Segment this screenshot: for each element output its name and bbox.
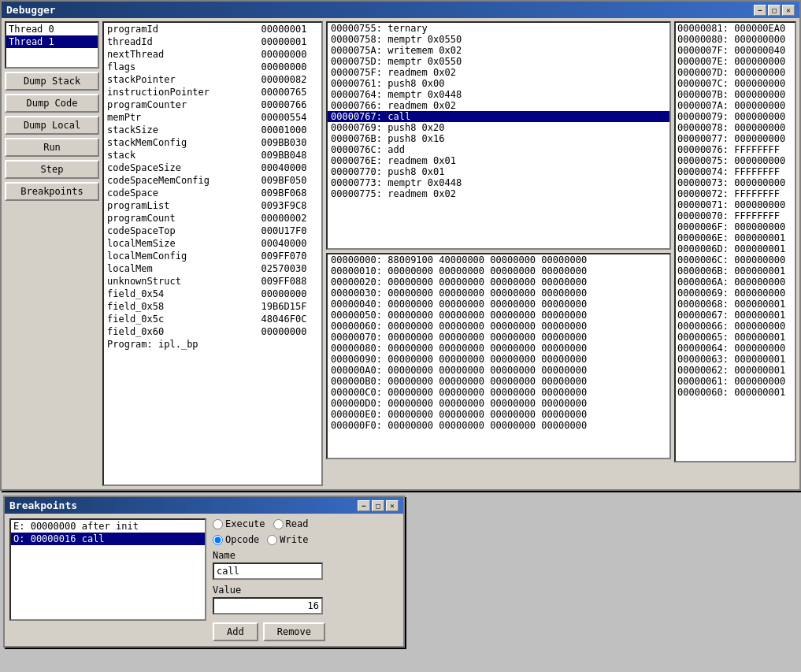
breakpoints-title-bar: Breakpoints − □ ✕ (5, 497, 403, 514)
property-name: stackSize (104, 124, 258, 136)
code-line[interactable]: 0000076E: readmem 0x01 (328, 155, 669, 166)
thread-item[interactable]: Thread 0 (6, 23, 98, 35)
stack-line: 00000071: 000000000 (676, 199, 795, 210)
code-line[interactable]: 0000075F: readmem 0x02 (328, 67, 669, 78)
property-name: Program: ipl._bp (104, 338, 258, 351)
opcode-radio[interactable] (213, 535, 223, 545)
stack-line: 0000006A: 000000000 (676, 277, 795, 288)
mem-line: 00000040: 00000000 00000000 00000000 000… (328, 299, 669, 310)
execute-radio[interactable] (213, 519, 223, 529)
run-button[interactable]: Run (5, 138, 99, 157)
stack-panel[interactable]: 00000081: 000000EA000000080: 00000000000… (674, 21, 796, 462)
minimize-button[interactable]: − (754, 5, 766, 16)
stack-line: 00000060: 000000001 (676, 387, 795, 398)
code-line[interactable]: 0000076C: add (328, 144, 669, 155)
bp-list[interactable]: E: 00000000 after initO: 00000016 call (9, 518, 206, 621)
stack-line: 00000070: FFFFFFFF (676, 210, 795, 221)
code-line[interactable]: 0000075D: memptr 0x0550 (328, 56, 669, 67)
code-line[interactable]: 00000761: push8 0x00 (328, 78, 669, 89)
code-panel: 00000755: ternary00000758: memptr 0x0550… (326, 21, 671, 486)
property-value: 000U17F0 (258, 225, 321, 237)
thread-item[interactable]: Thread 1 (6, 35, 98, 48)
stack-line: 0000007D: 000000000 (676, 67, 795, 78)
bp-restore-button[interactable]: □ (372, 500, 384, 511)
write-radio[interactable] (267, 535, 277, 545)
property-value: 00000082 (258, 73, 321, 86)
add-button[interactable]: Add (213, 622, 258, 641)
bp-list-item[interactable]: O: 00000016 call (11, 533, 205, 545)
code-list[interactable]: 00000755: ternary00000758: memptr 0x0550… (326, 21, 671, 250)
mem-line: 000000B0: 00000000 00000000 00000000 000… (328, 376, 669, 387)
value-input[interactable] (213, 597, 323, 614)
mem-line: 000000A0: 00000000 00000000 00000000 000… (328, 365, 669, 376)
restore-button[interactable]: □ (768, 5, 781, 16)
property-value: 00000000 (258, 325, 321, 338)
thread-list[interactable]: Thread 0Thread 1 (5, 21, 99, 69)
property-value: 009BB030 (258, 136, 321, 149)
step-button[interactable]: Step (5, 160, 99, 179)
bp-minimize-button[interactable]: − (358, 500, 370, 511)
dump-local-button[interactable]: Dump Local (5, 116, 99, 135)
mem-list[interactable]: 00000000: 88009100 40000000 00000000 000… (326, 253, 671, 459)
bp-close-button[interactable]: ✕ (386, 500, 399, 511)
property-value: 00000000 (258, 61, 321, 73)
breakpoints-button[interactable]: Breakpoints (5, 182, 99, 201)
property-row: stackPointer00000082 (104, 73, 321, 86)
dump-code-button[interactable]: Dump Code (5, 94, 99, 113)
radio-row-2: Opcode Write (213, 534, 399, 545)
write-radio-label[interactable]: Write (267, 534, 308, 545)
execute-radio-label[interactable]: Execute (213, 518, 265, 529)
property-name: stackMemConfig (104, 136, 258, 149)
read-radio-label[interactable]: Read (273, 518, 309, 529)
opcode-radio-label[interactable]: Opcode (213, 534, 259, 545)
code-line[interactable]: 00000755: ternary (328, 23, 669, 34)
code-line[interactable]: 0000076B: push8 0x16 (328, 133, 669, 144)
debugger-title-bar: Debugger − □ ✕ (2, 2, 799, 18)
property-name: localMemSize (104, 237, 258, 250)
property-value: 48046F0C (258, 313, 321, 325)
remove-button[interactable]: Remove (263, 622, 325, 641)
property-value: 00000000 (258, 288, 321, 300)
property-row: codeSpaceSize00040000 (104, 162, 321, 174)
code-line[interactable]: 00000775: readmem 0x02 (328, 188, 669, 199)
radio-row-1: Execute Read (213, 518, 399, 529)
mem-line: 00000080: 00000000 00000000 00000000 000… (328, 343, 669, 354)
code-line[interactable]: 00000770: push8 0x01 (328, 166, 669, 177)
name-group: Name (213, 550, 399, 580)
stack-line: 00000063: 000000001 (676, 354, 795, 365)
property-value: 00040000 (258, 162, 321, 174)
property-row: programId00000001 (104, 23, 321, 35)
name-input[interactable] (213, 562, 323, 580)
dump-stack-button[interactable]: Dump Stack (5, 72, 99, 91)
bp-list-item[interactable]: E: 00000000 after init (11, 520, 205, 533)
property-value: 19B6D15F (258, 300, 321, 313)
property-name: field_0x5c (104, 313, 258, 325)
property-value (258, 338, 321, 351)
read-radio[interactable] (273, 519, 284, 529)
code-line[interactable]: 00000764: memptr 0x0448 (328, 89, 669, 100)
stack-line: 00000072: FFFFFFFF (676, 188, 795, 199)
property-value: 02570030 (258, 262, 321, 275)
property-name: field_0x60 (104, 325, 258, 338)
breakpoints-content: E: 00000000 after initO: 00000016 call E… (5, 514, 403, 646)
code-line[interactable]: 00000766: readmem 0x02 (328, 100, 669, 111)
stack-line: 00000062: 000000001 (676, 365, 795, 376)
property-name: programCount (104, 212, 258, 225)
code-line[interactable]: 00000767: call (328, 111, 669, 122)
stack-line: 00000079: 000000000 (676, 111, 795, 122)
stack-line: 0000006B: 000000001 (676, 265, 795, 277)
property-name: flags (104, 61, 258, 73)
stack-line: 0000006F: 000000000 (676, 221, 795, 232)
bp-title-buttons: − □ ✕ (358, 500, 399, 511)
code-line[interactable]: 0000075A: writemem 0x02 (328, 45, 669, 56)
property-row: field_0x5819B6D15F (104, 300, 321, 313)
code-line[interactable]: 00000769: push8 0x20 (328, 122, 669, 133)
property-name: stackPointer (104, 73, 258, 86)
property-name: localMemConfig (104, 250, 258, 262)
code-line[interactable]: 00000773: memptr 0x0448 (328, 177, 669, 188)
property-row: localMemSize00040000 (104, 237, 321, 250)
stack-line: 0000006E: 000000001 (676, 232, 795, 243)
code-line[interactable]: 00000758: memptr 0x0550 (328, 34, 669, 45)
close-button[interactable]: ✕ (782, 5, 795, 16)
property-value: 009BB048 (258, 149, 321, 162)
